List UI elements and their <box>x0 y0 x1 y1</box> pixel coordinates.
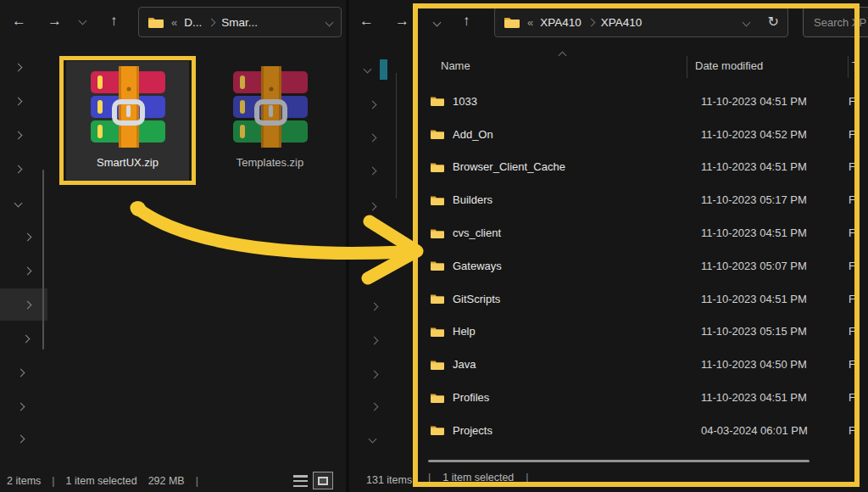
type-cell: F <box>849 293 854 305</box>
date-modified: 11-10-2023 04:50 PM <box>701 358 807 371</box>
breadcrumb-root[interactable]: D... <box>184 16 202 29</box>
thumbnail-view-icon[interactable] <box>313 472 333 489</box>
tree-item-chevron-icon[interactable] <box>14 199 23 208</box>
recent-locations-chevron-icon[interactable] <box>79 17 87 25</box>
nav-scrollbar-track[interactable] <box>396 73 397 198</box>
items-count: 2 items <box>7 475 41 487</box>
type-cell: F <box>849 193 854 206</box>
tree-item-chevron-icon[interactable] <box>14 64 23 72</box>
details-view-icon[interactable] <box>293 475 308 487</box>
folder-name: Builders <box>453 193 492 206</box>
tree-item-chevron-icon[interactable] <box>370 403 379 411</box>
tree-item-chevron-icon[interactable] <box>17 435 25 444</box>
breadcrumb-segment[interactable]: XPA410 <box>601 16 643 29</box>
table-row[interactable]: Profiles 11-10-2023 04:51 PM F <box>418 381 854 414</box>
table-row[interactable]: 1033 11-10-2023 04:51 PM F <box>418 85 854 118</box>
tree-item-chevron-icon[interactable] <box>369 167 377 176</box>
tree-item-chevron-icon[interactable] <box>22 335 31 344</box>
file-name-label: Templates.zip <box>236 156 303 169</box>
folder-name: Browser_Client_Cache <box>453 160 565 173</box>
tree-item-chevron-icon[interactable] <box>369 101 377 109</box>
back-button[interactable]: ← <box>359 14 374 28</box>
table-row[interactable]: Help 11-10-2023 05:15 PM F <box>418 316 854 349</box>
tree-item-chevron-icon[interactable] <box>369 134 377 143</box>
tree-item-chevron-icon[interactable] <box>370 337 379 345</box>
folder-name: Help <box>453 325 476 338</box>
tree-item-chevron-icon[interactable] <box>24 233 32 242</box>
date-modified: 11-10-2023 04:51 PM <box>701 226 807 239</box>
type-cell: F <box>849 391 854 404</box>
folder-name: cvs_client <box>453 226 501 239</box>
date-modified: 11-10-2023 04:51 PM <box>701 160 807 173</box>
column-header-date-modified[interactable]: Date modified <box>695 59 763 72</box>
tree-item-chevron-icon[interactable] <box>14 131 23 140</box>
address-bar[interactable]: « XPA410 XPA410 ↻ <box>494 7 788 37</box>
column-divider[interactable] <box>848 56 849 78</box>
tree-item-chevron-icon[interactable] <box>14 165 23 174</box>
right-status-bar: | 1 item selected | <box>428 472 529 484</box>
nav-scrollbar-thumb[interactable] <box>380 59 387 80</box>
tree-item-chevron-icon[interactable] <box>370 303 379 311</box>
address-overflow-icon[interactable]: « <box>527 16 533 29</box>
search-input[interactable]: Search XP <box>803 7 868 37</box>
tree-item-chevron-icon[interactable] <box>369 435 377 444</box>
tree-item-chevron-icon[interactable] <box>364 65 372 74</box>
address-dropdown-chevron-icon[interactable] <box>326 18 334 26</box>
tree-item-chevron-icon[interactable] <box>370 371 379 379</box>
folder-icon <box>504 15 520 29</box>
folder-list: 1033 11-10-2023 04:51 PM F Add_On 11-10-… <box>418 85 854 447</box>
tree-item-chevron-icon[interactable] <box>14 98 23 106</box>
forward-button[interactable]: → <box>395 14 409 28</box>
folder-name: Profiles <box>453 391 489 404</box>
refresh-icon[interactable]: ↻ <box>768 15 779 29</box>
date-modified: 11-10-2023 05:17 PM <box>701 193 807 206</box>
up-button[interactable]: ↑ <box>110 14 118 28</box>
table-row[interactable]: Builders 11-10-2023 05:17 PM F <box>418 183 854 216</box>
table-row[interactable]: Java 11-10-2023 04:50 PM F <box>418 348 854 381</box>
left-status-bar: 2 items | 1 item selected 292 MB | <box>7 475 198 487</box>
forward-button[interactable]: → <box>47 14 62 28</box>
tree-scrollbar[interactable] <box>42 170 44 349</box>
type-cell: F <box>849 226 854 239</box>
date-modified: 11-10-2023 05:15 PM <box>701 325 807 338</box>
folder-icon <box>430 227 445 239</box>
column-divider[interactable] <box>687 56 687 78</box>
address-overflow-icon[interactable]: « <box>171 16 177 29</box>
folder-name: GitScripts <box>453 293 500 305</box>
breadcrumb-separator-icon <box>208 18 216 26</box>
winrar-archive-icon <box>87 66 169 151</box>
status-divider: | <box>526 472 528 484</box>
back-button[interactable]: ← <box>12 14 26 28</box>
file-tile-smartux[interactable]: SmartUX.zip <box>66 61 189 182</box>
items-count: 131 items <box>366 474 419 486</box>
horizontal-scrollbar[interactable] <box>428 460 810 462</box>
breadcrumb-leaf[interactable]: Smar... <box>221 16 258 29</box>
selection-size: 292 MB <box>148 475 185 487</box>
tree-item-chevron-icon[interactable] <box>370 271 379 279</box>
tree-item-chevron-icon[interactable] <box>24 267 32 276</box>
table-row[interactable]: Add_On 11-10-2023 04:52 PM F <box>418 118 854 151</box>
file-name-label: SmartUX.zip <box>97 156 159 169</box>
table-row[interactable]: Projects 04-03-2024 06:01 PM F <box>418 414 854 447</box>
tree-item-chevron-icon[interactable] <box>17 369 25 377</box>
file-tile-templates[interactable]: Templates.zip <box>209 61 331 182</box>
table-row[interactable]: GitScripts 11-10-2023 04:51 PM F <box>418 282 854 316</box>
table-row[interactable]: Browser_Client_Cache 11-10-2023 04:51 PM… <box>418 151 854 184</box>
table-row[interactable]: cvs_client 11-10-2023 04:51 PM F <box>418 216 854 249</box>
folder-icon <box>430 392 445 404</box>
type-cell: F <box>849 424 854 437</box>
address-bar[interactable]: « D... Smar... <box>138 7 342 37</box>
folder-icon <box>430 95 445 107</box>
column-header-name[interactable]: Name <box>441 59 470 72</box>
tree-item-chevron-icon[interactable] <box>17 403 25 411</box>
left-explorer-window: ← → ↑ « D... Smar... <box>0 0 346 492</box>
column-header-type[interactable]: T <box>852 59 859 72</box>
up-button[interactable]: ↑ <box>463 14 470 28</box>
tree-item-chevron-icon[interactable] <box>369 203 377 211</box>
date-modified: 11-10-2023 04:52 PM <box>701 128 807 141</box>
date-modified: 11-10-2023 05:07 PM <box>701 260 807 272</box>
breadcrumb-segment[interactable]: XPA410 <box>540 16 581 29</box>
table-row[interactable]: Gateways 11-10-2023 05:07 PM F <box>418 249 854 282</box>
address-dropdown-chevron-icon[interactable] <box>742 18 750 26</box>
type-cell: F <box>849 260 854 272</box>
